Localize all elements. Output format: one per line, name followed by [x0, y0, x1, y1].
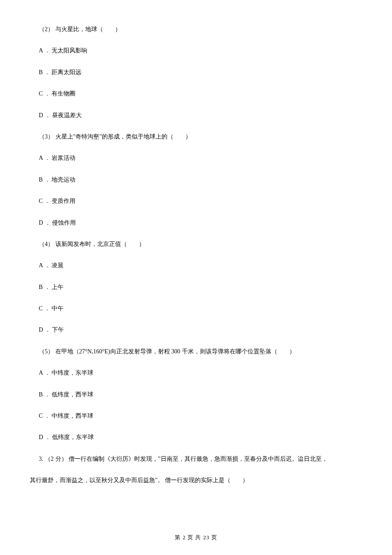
question-2-sub-5: （5） 在甲地（27°N,160°E)向正北发射导弹，射程 300 千米，则该导… — [30, 347, 362, 356]
question-3-line-1: 3. （2 分） 僧一行在编制《大衍历》时发现，"日南至，其行最急，急而渐损，至… — [30, 454, 362, 464]
option-d: D ． 昼夜温差大 — [30, 111, 362, 120]
option-d: D ． 下午 — [30, 325, 362, 335]
question-2-sub-2: （2） 与火星比，地球（ ） — [30, 25, 362, 34]
option-c: C ． 中纬度，西半球 — [30, 411, 362, 421]
option-a: A ． 无太阳风影响 — [30, 46, 362, 55]
option-a: A ． 中纬度，东半球 — [30, 368, 362, 378]
question-2-sub-3: （3） 火星上"奇特沟壑"的形成，类似于地球上的（ ） — [30, 132, 362, 142]
option-b: B ． 地壳运动 — [30, 175, 362, 185]
option-a: A ． 岩浆活动 — [30, 153, 362, 163]
page-footer: 第 2 页 共 23 页 — [0, 533, 392, 542]
option-b: B ． 上午 — [30, 283, 362, 292]
document-content: （2） 与火星比，地球（ ） A ． 无太阳风影响 B ． 距离太阳远 C ． … — [30, 25, 362, 486]
option-a: A ． 凌晨 — [30, 261, 362, 270]
option-d: D ． 侵蚀作用 — [30, 218, 362, 228]
option-c: C ． 有生物圈 — [30, 89, 362, 98]
option-c: C ． 中午 — [30, 304, 362, 313]
option-c: C ． 变质作用 — [30, 197, 362, 206]
option-b: B ． 距离太阳远 — [30, 68, 362, 77]
question-3-line-2: 其行最舒，而渐益之，以至秋分又及中而后益急"。 僧一行发现的实际上是（ ） — [30, 476, 362, 485]
option-b: B ． 低纬度，西半球 — [30, 390, 362, 399]
option-d: D ． 低纬度，东半球 — [30, 433, 362, 442]
question-2-sub-4: （4） 该新闻发布时，北京正值（ ） — [30, 240, 362, 249]
